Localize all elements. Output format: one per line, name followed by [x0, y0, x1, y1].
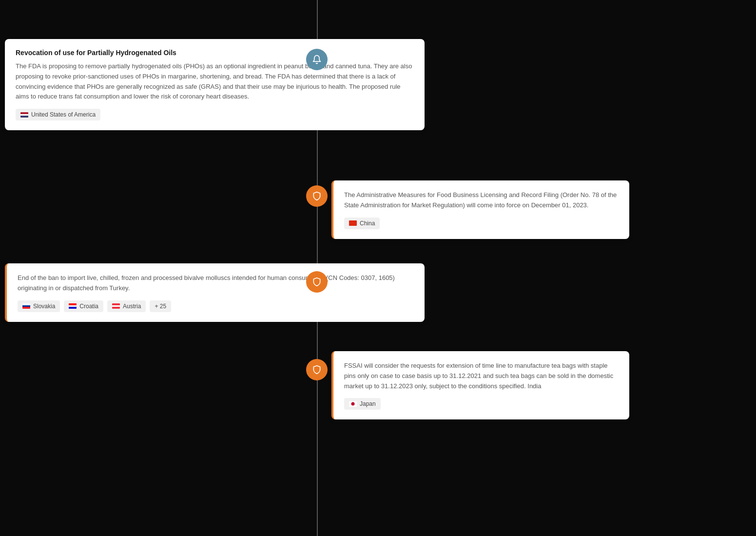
card-body-1: The FDA is proposing to remove partially… [16, 61, 414, 102]
shield-icon-3 [312, 277, 322, 287]
card-title-1: Revocation of use for Partially Hydrogen… [16, 49, 414, 57]
tag-croatia[interactable]: Croatia [64, 300, 103, 312]
card-4: FSSAI will consider the requests for ext… [331, 351, 629, 419]
timeline-block-4: 31 December 2023 FSSAI will consider the… [0, 351, 756, 468]
tag-row-4: Japan [344, 398, 619, 410]
card-body-3: End of the ban to import live, chilled, … [18, 273, 414, 294]
more-badge-3[interactable]: + 25 [150, 300, 171, 312]
bell-icon [312, 55, 322, 64]
tag-label-china: China [360, 220, 375, 227]
card-body-2: The Administrative Measures for Food Bus… [344, 190, 619, 211]
tag-row-1: United States of America [16, 109, 414, 120]
tag-japan[interactable]: Japan [344, 398, 381, 410]
flag-icon-usa [20, 112, 28, 118]
flag-icon-china [349, 220, 357, 226]
timeline-icon-1 [306, 49, 328, 70]
tag-usa[interactable]: United States of America [16, 109, 100, 120]
tag-label-slovakia: Slovakia [33, 303, 55, 310]
tag-label-austria: Austria [123, 303, 141, 310]
shield-icon-2 [312, 191, 322, 201]
timeline-container: 23 October 2023 ▼ Revocation of use for … [0, 0, 756, 536]
tag-row-2: China [344, 218, 619, 229]
tag-slovakia[interactable]: Slovakia [18, 300, 60, 312]
timeline-block-2: 01 December 2023 The Administrative Meas… [0, 180, 756, 268]
tag-label-croatia: Croatia [79, 303, 98, 310]
timeline-icon-2 [306, 185, 328, 207]
tag-row-3: Slovakia Croatia Austria + 25 [18, 300, 414, 312]
card-1: Revocation of use for Partially Hydrogen… [5, 39, 425, 130]
card-2: The Administrative Measures for Food Bus… [331, 180, 629, 239]
tag-china[interactable]: China [344, 218, 380, 229]
flag-icon-austria [112, 303, 120, 309]
timeline-block-3: 31 December 2023 End of the ban to impor… [0, 263, 756, 361]
card-body-4: FSSAI will consider the requests for ext… [344, 361, 619, 391]
timeline-block-1: 23 October 2023 ▼ Revocation of use for … [0, 39, 756, 195]
shield-icon-4 [312, 365, 322, 375]
tag-austria[interactable]: Austria [107, 300, 146, 312]
tag-label-usa: United States of America [31, 111, 96, 118]
card-3: End of the ban to import live, chilled, … [5, 263, 425, 322]
tag-label-japan: Japan [360, 400, 376, 407]
flag-icon-slovakia [22, 303, 30, 309]
flag-icon-croatia [69, 303, 77, 309]
flag-icon-japan [349, 401, 357, 407]
timeline-icon-4 [306, 359, 328, 380]
timeline-icon-3 [306, 271, 328, 293]
